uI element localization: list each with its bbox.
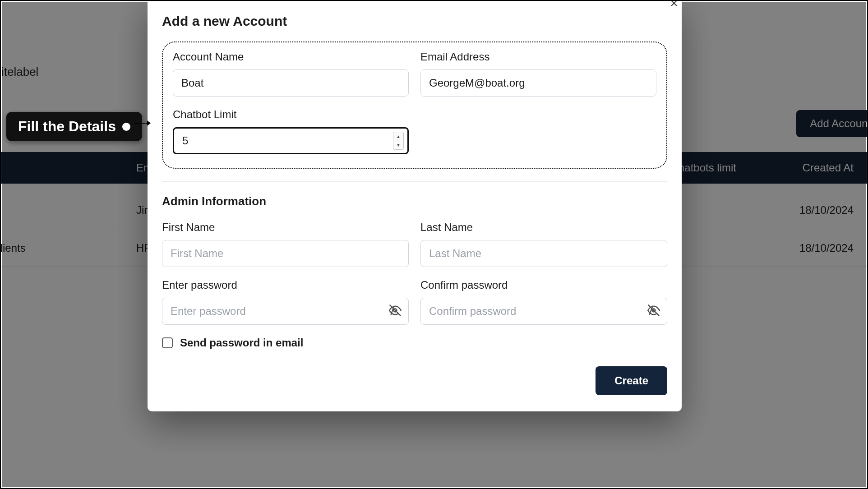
send-password-label: Send password in email [180, 337, 303, 349]
table-cell: 18/10/2024 [799, 204, 854, 217]
admin-info-heading: Admin Information [162, 194, 667, 208]
add-account-modal: × Add a new Account Account Name Email A… [148, 0, 682, 411]
confirm-password-label: Confirm password [420, 279, 667, 291]
stepper-up-icon[interactable]: ▲ [393, 132, 403, 141]
divider [162, 181, 667, 182]
field-password: Enter password [162, 279, 409, 325]
first-name-input[interactable] [162, 240, 409, 267]
first-name-label: First Name [162, 221, 409, 234]
table-cell: 18/10/2024 [799, 242, 854, 254]
account-details-section: Account Name Email Address Chatbot Limit… [162, 42, 667, 169]
table-cell: ard Clients [0, 242, 26, 254]
confirm-password-input[interactable] [420, 298, 667, 325]
close-button[interactable]: × [664, 0, 684, 14]
email-address-input[interactable] [420, 69, 656, 97]
chatbot-limit-label: Chatbot Limit [173, 108, 409, 121]
stepper-down-icon[interactable]: ▼ [393, 141, 403, 150]
annotation-badge: Fill the Details [6, 112, 142, 141]
send-password-row: Send password in email [162, 337, 667, 349]
annotation-dot-icon [122, 123, 130, 131]
eye-off-icon[interactable] [389, 304, 402, 318]
field-account-name: Account Name [173, 51, 409, 97]
send-password-checkbox[interactable] [162, 337, 173, 348]
field-last-name: Last Name [420, 221, 667, 267]
field-chatbot-limit: Chatbot Limit ▲ ▼ [173, 108, 409, 154]
field-confirm-password: Confirm password [420, 279, 667, 325]
account-name-input[interactable] [173, 69, 409, 97]
annotation-label: Fill the Details [18, 118, 116, 135]
last-name-label: Last Name [420, 221, 667, 234]
eye-off-icon[interactable] [647, 304, 660, 318]
add-account-button[interactable]: Add Account [796, 110, 868, 137]
field-first-name: First Name [162, 221, 409, 267]
password-input[interactable] [162, 298, 409, 325]
svg-marker-1 [147, 120, 151, 126]
email-address-label: Email Address [420, 51, 656, 63]
annotation-arrow-icon [134, 120, 151, 121]
chatbot-limit-input[interactable] [174, 129, 407, 153]
last-name-input[interactable] [420, 240, 667, 267]
number-stepper[interactable]: ▲ ▼ [393, 132, 404, 150]
create-button[interactable]: Create [596, 366, 667, 395]
table-header-created-at: Created At [803, 161, 854, 174]
field-email-address: Email Address [420, 51, 656, 97]
nav-link-whitelabel[interactable]: Whitelabel [0, 65, 38, 79]
close-icon: × [670, 0, 678, 11]
account-name-label: Account Name [173, 51, 409, 63]
password-label: Enter password [162, 279, 409, 291]
modal-title: Add a new Account [162, 14, 667, 29]
